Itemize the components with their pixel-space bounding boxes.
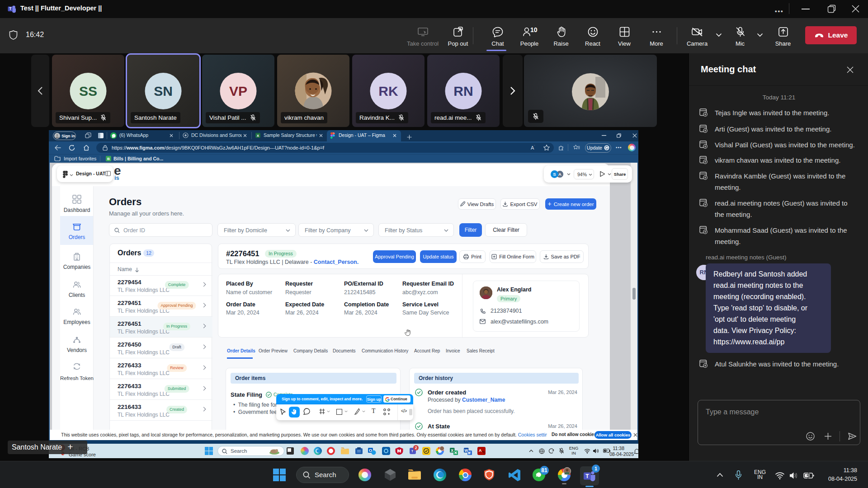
svg-text:X: X bbox=[257, 134, 259, 138]
svg-text:T: T bbox=[411, 450, 413, 453]
svg-text:X: X bbox=[451, 448, 453, 453]
svg-text:B: B bbox=[107, 157, 110, 161]
svg-text:T: T bbox=[585, 473, 589, 479]
svg-text:T: T bbox=[9, 6, 12, 11]
